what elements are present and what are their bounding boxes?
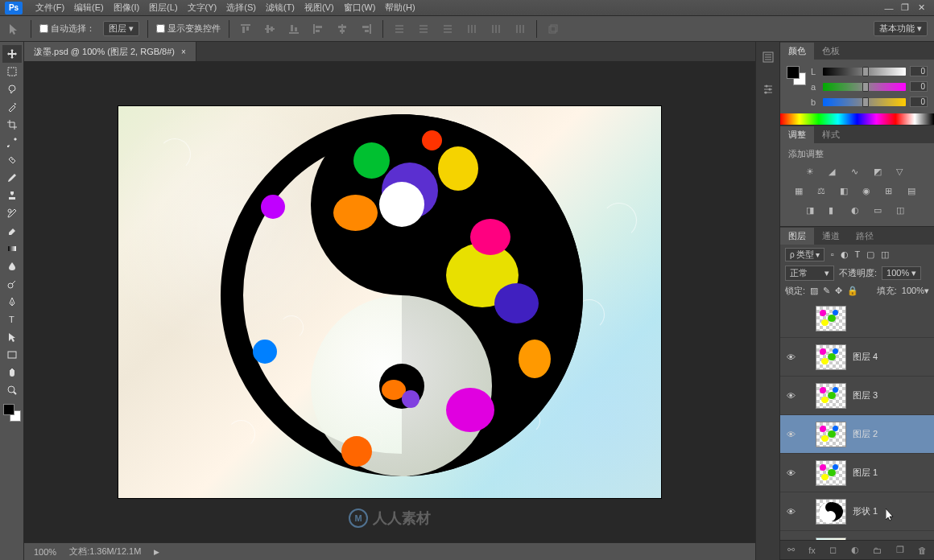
layer-thumbnail[interactable] xyxy=(816,537,846,541)
auto-select-dropdown[interactable]: 图层▾ xyxy=(103,21,139,36)
history-panel-icon[interactable] xyxy=(759,48,777,66)
color-spectrum[interactable] xyxy=(780,113,934,125)
lab-b-slider[interactable]: b0 xyxy=(811,97,928,107)
filter-text-icon[interactable]: T xyxy=(855,249,861,259)
marquee-tool[interactable] xyxy=(2,63,22,80)
menu-view[interactable]: 视图(V) xyxy=(300,0,339,15)
align-bottom-icon[interactable] xyxy=(286,21,302,37)
levels-icon[interactable]: ◢ xyxy=(829,167,841,179)
blur-tool[interactable] xyxy=(2,257,22,275)
crop-tool[interactable] xyxy=(2,116,22,134)
distribute-h-icon[interactable] xyxy=(488,21,504,37)
hue-icon[interactable]: ▦ xyxy=(795,186,808,199)
distribute-left-icon[interactable] xyxy=(464,21,480,37)
align-hcenter-icon[interactable] xyxy=(334,21,350,37)
menu-text[interactable]: 文字(Y) xyxy=(183,0,222,15)
menu-image[interactable]: 图像(I) xyxy=(109,0,144,15)
adjustments-tab[interactable]: 调整 xyxy=(780,126,814,143)
threshold-icon[interactable]: ◐ xyxy=(851,205,864,218)
fill-input[interactable]: 100%▾ xyxy=(902,286,929,296)
healing-tool[interactable] xyxy=(2,151,22,169)
menu-window[interactable]: 窗口(W) xyxy=(339,0,381,15)
posterize-icon[interactable]: ▮ xyxy=(829,205,841,218)
adjustment-layer-icon[interactable]: ◐ xyxy=(851,545,859,555)
lock-all-icon[interactable]: 🔒 xyxy=(847,286,858,296)
lasso-tool[interactable] xyxy=(2,80,22,98)
color-tab[interactable]: 颜色 xyxy=(780,43,814,60)
zoom-tool[interactable] xyxy=(2,381,22,399)
filter-smart-icon[interactable]: ◫ xyxy=(881,249,889,260)
layer-row[interactable]: 👁图层 4 xyxy=(780,338,934,377)
filter-pixel-icon[interactable]: ▫ xyxy=(831,249,834,259)
menu-file[interactable]: 文件(F) xyxy=(31,0,69,15)
3d-mode-icon[interactable] xyxy=(545,21,561,37)
menu-filter[interactable]: 滤镜(T) xyxy=(261,0,300,15)
path-select-tool[interactable] xyxy=(2,328,22,346)
color-swatch[interactable] xyxy=(3,404,21,422)
layer-row[interactable]: 👁图层 3 xyxy=(780,377,934,415)
layer-filter-kind[interactable]: ρ 类型 ▾ xyxy=(785,248,824,261)
foreground-color[interactable] xyxy=(3,404,14,415)
layer-name[interactable]: 图层 3 xyxy=(849,389,916,401)
blend-mode-dropdown[interactable]: 正常▾ xyxy=(785,266,834,281)
canvas[interactable] xyxy=(118,106,661,498)
properties-panel-icon[interactable] xyxy=(759,80,777,98)
layer-thumbnail[interactable] xyxy=(816,460,846,486)
color-panel-swatch[interactable] xyxy=(787,66,806,85)
shape-tool[interactable] xyxy=(2,346,22,364)
layer-thumbnail[interactable] xyxy=(816,344,846,370)
canvas-viewport[interactable]: M 人人素材 xyxy=(24,61,755,542)
gradient-map-icon[interactable]: ▭ xyxy=(874,205,886,218)
align-vcenter-icon[interactable] xyxy=(262,21,278,37)
layer-thumbnail[interactable] xyxy=(816,306,846,331)
filter-adjust-icon[interactable]: ◐ xyxy=(841,249,849,260)
layer-row[interactable]: 👁图层 2 xyxy=(780,415,934,454)
brightness-icon[interactable]: ☀ xyxy=(806,167,819,179)
styles-tab[interactable]: 样式 xyxy=(814,126,848,143)
distribute-v-icon[interactable] xyxy=(415,21,432,37)
exposure-icon[interactable]: ◩ xyxy=(874,167,886,179)
layer-visibility-icon[interactable]: 👁 xyxy=(783,352,798,362)
lab-a-slider[interactable]: a0 xyxy=(811,81,928,92)
menu-select[interactable]: 选择(S) xyxy=(221,0,261,15)
layer-row[interactable] xyxy=(780,299,934,338)
new-layer-icon[interactable]: ❐ xyxy=(896,545,904,555)
lab-l-slider[interactable]: L0 xyxy=(811,66,928,76)
window-minimize-button[interactable]: — xyxy=(881,2,897,14)
layer-fx-icon[interactable]: fx xyxy=(808,546,816,555)
lock-position-icon[interactable]: ✥ xyxy=(835,286,842,296)
lock-pixels-icon[interactable]: ✎ xyxy=(823,286,830,296)
layer-visibility-icon[interactable]: 👁 xyxy=(783,391,798,401)
menu-layer[interactable]: 图层(L) xyxy=(144,0,182,15)
selective-color-icon[interactable]: ◫ xyxy=(896,205,909,218)
history-brush-tool[interactable] xyxy=(2,204,22,222)
link-layers-icon[interactable]: ⚯ xyxy=(787,545,795,555)
invert-icon[interactable]: ◨ xyxy=(806,205,819,218)
layer-thumbnail[interactable] xyxy=(816,499,846,525)
distribute-right-icon[interactable] xyxy=(512,21,528,37)
hand-tool[interactable] xyxy=(2,364,22,381)
close-document-icon[interactable]: × xyxy=(181,47,186,56)
distribute-top-icon[interactable] xyxy=(391,21,407,37)
layer-name[interactable]: 图层 2 xyxy=(849,428,916,440)
text-tool[interactable]: T xyxy=(2,311,22,328)
curves-icon[interactable]: ∿ xyxy=(851,167,864,179)
layer-group-icon[interactable]: 🗀 xyxy=(873,546,882,555)
window-close-button[interactable]: ✕ xyxy=(913,1,929,14)
show-transform-checkbox[interactable]: 显示变换控件 xyxy=(156,23,221,35)
wand-tool[interactable] xyxy=(2,98,22,116)
opacity-input[interactable]: 100%▾ xyxy=(882,266,921,280)
window-restore-button[interactable]: ❐ xyxy=(897,1,913,14)
align-left-icon[interactable] xyxy=(310,21,326,37)
photo-filter-icon[interactable]: ◉ xyxy=(862,186,875,199)
layer-visibility-icon[interactable]: 👁 xyxy=(783,430,798,439)
layer-visibility-icon[interactable]: 👁 xyxy=(783,468,798,478)
colorlookup-icon[interactable]: ▤ xyxy=(907,186,920,199)
color-balance-icon[interactable]: ⚖ xyxy=(817,186,830,199)
layer-thumbnail[interactable] xyxy=(816,422,846,447)
move-tool[interactable] xyxy=(2,45,22,63)
layer-name[interactable]: 图层 4 xyxy=(849,351,916,363)
layer-row[interactable]: 👁形状 1 xyxy=(780,492,934,531)
layer-row[interactable]: 👁图层 1 xyxy=(780,454,934,492)
filter-shape-icon[interactable]: ▢ xyxy=(866,249,874,260)
